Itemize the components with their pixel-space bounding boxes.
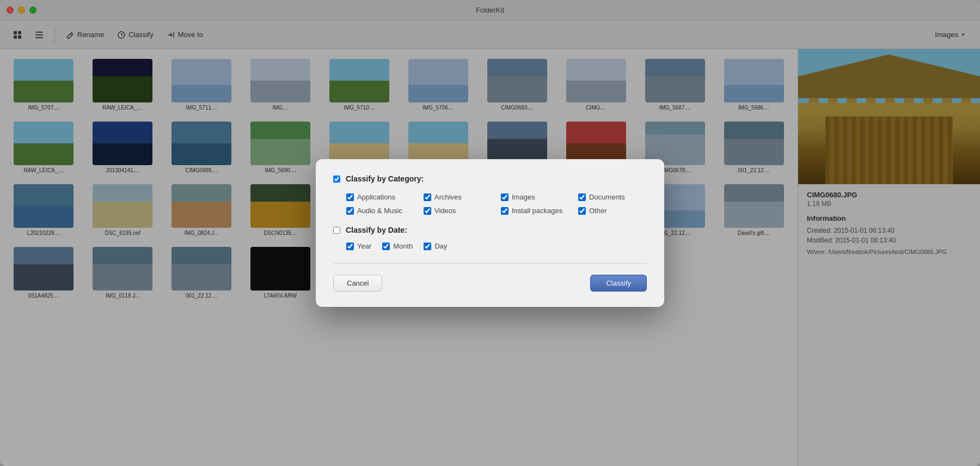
modal-divider <box>333 263 647 264</box>
date-label-year[interactable]: Year <box>357 242 371 250</box>
category-label-applications[interactable]: Applications <box>357 193 395 201</box>
date-options-row: Year Month Day <box>346 242 647 250</box>
category-option-documents: Documents <box>578 193 647 201</box>
category-label-documents[interactable]: Documents <box>589 193 625 201</box>
date-checkbox-month[interactable] <box>382 243 390 250</box>
category-label-archives[interactable]: Archives <box>434 193 462 201</box>
modal-classify-button[interactable]: Classify <box>590 275 647 292</box>
classify-by-date-checkbox[interactable] <box>333 227 340 234</box>
classify-by-date-row: Classify by Date: <box>333 226 647 234</box>
category-checkbox-images[interactable] <box>501 193 509 201</box>
category-option-audio_music: Audio & Music <box>346 207 415 215</box>
category-option-install_packages: Install packages <box>501 207 569 215</box>
category-options-grid: Applications Archives Images Documents A… <box>346 193 647 215</box>
classify-by-date-label[interactable]: Classify by Date: <box>346 226 407 234</box>
category-label-other[interactable]: Other <box>589 207 607 215</box>
date-option-year: Year <box>346 242 371 250</box>
category-checkbox-other[interactable] <box>578 207 586 215</box>
date-checkbox-day[interactable] <box>424 243 431 250</box>
classify-by-category-row: Classify by Category: <box>333 174 647 183</box>
category-label-audio_music[interactable]: Audio & Music <box>357 207 402 215</box>
category-option-applications: Applications <box>346 193 415 201</box>
category-label-install_packages[interactable]: Install packages <box>512 207 562 215</box>
date-option-day: Day <box>424 242 447 250</box>
cancel-button[interactable]: Cancel <box>333 275 382 292</box>
modal-overlay: Classify by Category: Applications Archi… <box>0 0 980 466</box>
classify-modal: Classify by Category: Applications Archi… <box>316 159 664 307</box>
classify-by-category-label[interactable]: Classify by Category: <box>346 174 424 183</box>
category-option-archives: Archives <box>424 193 492 201</box>
category-checkbox-install_packages[interactable] <box>501 207 509 215</box>
category-checkbox-documents[interactable] <box>578 193 586 201</box>
modal-buttons: Cancel Classify <box>333 275 647 292</box>
category-label-images[interactable]: Images <box>512 193 535 201</box>
category-label-videos[interactable]: Videos <box>434 207 456 215</box>
app-window: FolderKit Rename <box>0 0 980 466</box>
category-checkbox-applications[interactable] <box>346 193 354 201</box>
category-checkbox-audio_music[interactable] <box>346 207 354 215</box>
date-label-day[interactable]: Day <box>434 242 447 250</box>
category-option-images: Images <box>501 193 569 201</box>
category-option-videos: Videos <box>424 207 492 215</box>
date-checkbox-year[interactable] <box>346 243 354 250</box>
category-checkbox-videos[interactable] <box>424 207 431 215</box>
category-checkbox-archives[interactable] <box>424 193 431 201</box>
date-label-month[interactable]: Month <box>393 242 413 250</box>
date-option-month: Month <box>382 242 413 250</box>
category-option-other: Other <box>578 207 647 215</box>
classify-by-category-checkbox[interactable] <box>333 175 340 183</box>
